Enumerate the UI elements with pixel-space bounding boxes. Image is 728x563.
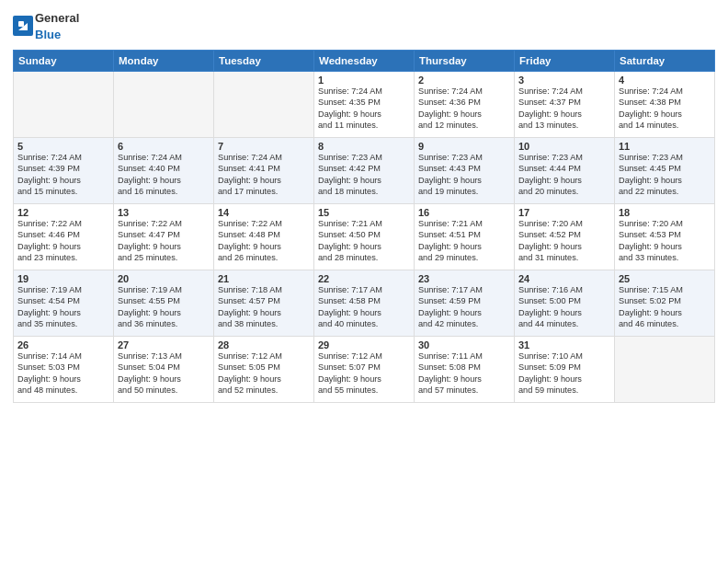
- calendar-cell: 11Sunrise: 7:23 AM Sunset: 4:45 PM Dayli…: [615, 138, 715, 204]
- day-number: 21: [218, 273, 310, 284]
- calendar-cell: 6Sunrise: 7:24 AM Sunset: 4:40 PM Daylig…: [114, 138, 214, 204]
- calendar-cell: 17Sunrise: 7:20 AM Sunset: 4:52 PM Dayli…: [515, 204, 615, 270]
- calendar-cell: 12Sunrise: 7:22 AM Sunset: 4:46 PM Dayli…: [14, 204, 114, 270]
- calendar-week-row: 5Sunrise: 7:24 AM Sunset: 4:39 PM Daylig…: [14, 138, 715, 204]
- calendar-cell: 29Sunrise: 7:12 AM Sunset: 5:07 PM Dayli…: [314, 337, 415, 403]
- day-number: 17: [518, 207, 610, 218]
- day-number: 29: [318, 339, 410, 350]
- day-number: 16: [418, 207, 510, 218]
- calendar-cell: 19Sunrise: 7:19 AM Sunset: 4:54 PM Dayli…: [14, 270, 114, 337]
- calendar-cell: 21Sunrise: 7:18 AM Sunset: 4:57 PM Dayli…: [214, 270, 314, 337]
- day-info: Sunrise: 7:12 AM Sunset: 5:05 PM Dayligh…: [218, 350, 310, 396]
- day-info: Sunrise: 7:18 AM Sunset: 4:57 PM Dayligh…: [218, 284, 310, 330]
- calendar-header-tuesday: Tuesday: [214, 51, 314, 72]
- calendar-cell: 27Sunrise: 7:13 AM Sunset: 5:04 PM Dayli…: [114, 337, 214, 403]
- calendar-cell: 13Sunrise: 7:22 AM Sunset: 4:47 PM Dayli…: [114, 204, 214, 270]
- day-number: 14: [218, 207, 310, 218]
- day-info: Sunrise: 7:23 AM Sunset: 4:42 PM Dayligh…: [318, 152, 410, 198]
- day-info: Sunrise: 7:10 AM Sunset: 5:09 PM Dayligh…: [518, 350, 610, 396]
- day-info: Sunrise: 7:23 AM Sunset: 4:44 PM Dayligh…: [518, 152, 610, 198]
- header: General Blue: [13, 9, 715, 42]
- calendar-header-saturday: Saturday: [615, 51, 715, 72]
- day-number: 24: [518, 273, 610, 284]
- day-info: Sunrise: 7:24 AM Sunset: 4:39 PM Dayligh…: [17, 152, 109, 198]
- day-info: Sunrise: 7:23 AM Sunset: 4:45 PM Dayligh…: [619, 152, 711, 198]
- calendar-week-row: 26Sunrise: 7:14 AM Sunset: 5:03 PM Dayli…: [14, 337, 715, 403]
- day-number: 28: [218, 339, 310, 350]
- day-info: Sunrise: 7:14 AM Sunset: 5:03 PM Dayligh…: [17, 350, 109, 396]
- day-number: 13: [118, 207, 210, 218]
- day-info: Sunrise: 7:22 AM Sunset: 4:48 PM Dayligh…: [218, 218, 310, 264]
- day-info: Sunrise: 7:20 AM Sunset: 4:53 PM Dayligh…: [619, 218, 711, 264]
- day-info: Sunrise: 7:24 AM Sunset: 4:37 PM Dayligh…: [518, 86, 610, 132]
- logo: General Blue: [13, 9, 79, 42]
- day-info: Sunrise: 7:17 AM Sunset: 4:59 PM Dayligh…: [418, 284, 510, 330]
- logo-icon: [13, 16, 33, 36]
- day-info: Sunrise: 7:19 AM Sunset: 4:54 PM Dayligh…: [17, 284, 109, 330]
- day-number: 31: [518, 339, 610, 350]
- calendar-cell: 30Sunrise: 7:11 AM Sunset: 5:08 PM Dayli…: [415, 337, 515, 403]
- calendar-cell: 26Sunrise: 7:14 AM Sunset: 5:03 PM Dayli…: [14, 337, 114, 403]
- calendar-cell: 15Sunrise: 7:21 AM Sunset: 4:50 PM Dayli…: [314, 204, 415, 270]
- calendar-cell: 20Sunrise: 7:19 AM Sunset: 4:55 PM Dayli…: [114, 270, 214, 337]
- day-number: 12: [17, 207, 109, 218]
- day-number: 11: [619, 141, 711, 152]
- day-number: 20: [118, 273, 210, 284]
- calendar-table: SundayMondayTuesdayWednesdayThursdayFrid…: [13, 50, 715, 403]
- calendar-cell: 10Sunrise: 7:23 AM Sunset: 4:44 PM Dayli…: [515, 138, 615, 204]
- calendar-header-row: SundayMondayTuesdayWednesdayThursdayFrid…: [14, 51, 715, 72]
- day-info: Sunrise: 7:20 AM Sunset: 4:52 PM Dayligh…: [518, 218, 610, 264]
- calendar-cell: 28Sunrise: 7:12 AM Sunset: 5:05 PM Dayli…: [214, 337, 314, 403]
- day-number: 4: [619, 75, 711, 86]
- calendar-header-wednesday: Wednesday: [314, 51, 415, 72]
- day-info: Sunrise: 7:24 AM Sunset: 4:38 PM Dayligh…: [619, 86, 711, 132]
- calendar-header-monday: Monday: [114, 51, 214, 72]
- calendar-header-friday: Friday: [515, 51, 615, 72]
- day-number: 18: [619, 207, 711, 218]
- calendar-cell: 14Sunrise: 7:22 AM Sunset: 4:48 PM Dayli…: [214, 204, 314, 270]
- day-number: 6: [118, 141, 210, 152]
- day-number: 7: [218, 141, 310, 152]
- day-info: Sunrise: 7:11 AM Sunset: 5:08 PM Dayligh…: [418, 350, 510, 396]
- day-number: 23: [418, 273, 510, 284]
- calendar-cell: 18Sunrise: 7:20 AM Sunset: 4:53 PM Dayli…: [615, 204, 715, 270]
- calendar-week-row: 1Sunrise: 7:24 AM Sunset: 4:35 PM Daylig…: [14, 72, 715, 138]
- day-info: Sunrise: 7:24 AM Sunset: 4:35 PM Dayligh…: [318, 86, 410, 132]
- calendar-cell: 22Sunrise: 7:17 AM Sunset: 4:58 PM Dayli…: [314, 270, 415, 337]
- day-info: Sunrise: 7:15 AM Sunset: 5:02 PM Dayligh…: [619, 284, 711, 330]
- day-info: Sunrise: 7:19 AM Sunset: 4:55 PM Dayligh…: [118, 284, 210, 330]
- day-info: Sunrise: 7:21 AM Sunset: 4:51 PM Dayligh…: [418, 218, 510, 264]
- day-number: 5: [17, 141, 109, 152]
- calendar-cell: [14, 72, 114, 138]
- day-number: 27: [118, 339, 210, 350]
- calendar-cell: 16Sunrise: 7:21 AM Sunset: 4:51 PM Dayli…: [415, 204, 515, 270]
- day-info: Sunrise: 7:13 AM Sunset: 5:04 PM Dayligh…: [118, 350, 210, 396]
- calendar-cell: 9Sunrise: 7:23 AM Sunset: 4:43 PM Daylig…: [415, 138, 515, 204]
- day-number: 3: [518, 75, 610, 86]
- calendar-cell: 8Sunrise: 7:23 AM Sunset: 4:42 PM Daylig…: [314, 138, 415, 204]
- calendar-header-thursday: Thursday: [415, 51, 515, 72]
- day-info: Sunrise: 7:17 AM Sunset: 4:58 PM Dayligh…: [318, 284, 410, 330]
- day-number: 30: [418, 339, 510, 350]
- calendar-cell: [114, 72, 214, 138]
- calendar-cell: 2Sunrise: 7:24 AM Sunset: 4:36 PM Daylig…: [415, 72, 515, 138]
- logo-general: General: [35, 11, 79, 25]
- calendar-cell: 3Sunrise: 7:24 AM Sunset: 4:37 PM Daylig…: [515, 72, 615, 138]
- calendar-cell: 25Sunrise: 7:15 AM Sunset: 5:02 PM Dayli…: [615, 270, 715, 337]
- day-number: 2: [418, 75, 510, 86]
- day-info: Sunrise: 7:22 AM Sunset: 4:47 PM Dayligh…: [118, 218, 210, 264]
- day-number: 15: [318, 207, 410, 218]
- calendar-week-row: 19Sunrise: 7:19 AM Sunset: 4:54 PM Dayli…: [14, 270, 715, 337]
- logo-blue: Blue: [35, 28, 61, 41]
- day-info: Sunrise: 7:24 AM Sunset: 4:41 PM Dayligh…: [218, 152, 310, 198]
- calendar-cell: 23Sunrise: 7:17 AM Sunset: 4:59 PM Dayli…: [415, 270, 515, 337]
- day-number: 1: [318, 75, 410, 86]
- calendar-header-sunday: Sunday: [14, 51, 114, 72]
- day-number: 10: [518, 141, 610, 152]
- calendar-cell: 1Sunrise: 7:24 AM Sunset: 4:35 PM Daylig…: [314, 72, 415, 138]
- calendar-cell: [615, 337, 715, 403]
- day-info: Sunrise: 7:24 AM Sunset: 4:40 PM Dayligh…: [118, 152, 210, 198]
- svg-rect-2: [18, 21, 24, 27]
- day-number: 9: [418, 141, 510, 152]
- day-number: 22: [318, 273, 410, 284]
